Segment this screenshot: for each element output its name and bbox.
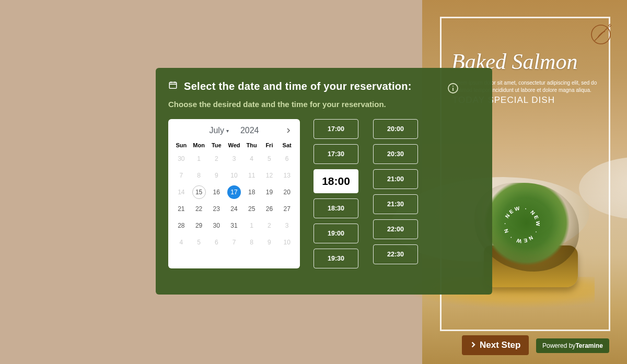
calendar-day[interactable]: 25 <box>243 201 261 217</box>
calendar-day: 3 <box>278 217 296 234</box>
month-selector[interactable]: July ▾ <box>209 126 228 135</box>
calendar-day: 5 <box>190 234 208 251</box>
time-slot[interactable]: 17:30 <box>314 144 358 164</box>
time-slot[interactable]: 21:30 <box>373 194 418 214</box>
calendar-day[interactable]: 31 <box>225 217 243 234</box>
next-month-button[interactable] <box>283 125 294 136</box>
next-step-label: Next Step <box>480 340 520 350</box>
calendar-day[interactable]: 17 <box>225 184 243 201</box>
calendar-day[interactable]: 24 <box>225 201 243 217</box>
calendar-day[interactable]: 18 <box>243 184 261 201</box>
calendar-day[interactable]: 30 <box>207 217 225 234</box>
calendar-day[interactable]: 20 <box>278 184 296 201</box>
time-slot[interactable]: 17:00 <box>314 119 358 139</box>
calendar-dow: Mon <box>190 139 208 150</box>
time-slot[interactable]: 19:30 <box>314 249 358 268</box>
calendar-day: 8 <box>243 234 261 251</box>
powered-brand: Teramine <box>575 342 602 349</box>
calendar-day: 7 <box>172 167 190 184</box>
time-slot[interactable]: 18:30 <box>314 198 358 218</box>
svg-rect-2 <box>169 83 177 89</box>
year-label[interactable]: 2024 <box>240 126 259 135</box>
calendar-icon <box>168 80 178 92</box>
time-slot[interactable]: 19:00 <box>314 224 358 243</box>
time-slot[interactable]: 22:30 <box>373 244 418 264</box>
calendar-day: 13 <box>278 167 296 184</box>
calendar-day: 10 <box>278 234 296 251</box>
calendar-day: 14 <box>172 184 190 201</box>
calendar-day: 8 <box>190 167 208 184</box>
calendar-day[interactable]: 19 <box>261 184 278 201</box>
calendar-day: 30 <box>172 150 190 167</box>
time-slots: 17:0017:3018:0018:3019:0019:30 20:0020:3… <box>314 119 418 268</box>
calendar-day: 2 <box>207 150 225 167</box>
time-slot[interactable]: 21:00 <box>373 169 418 189</box>
time-slot[interactable]: 18:00 <box>314 169 358 193</box>
svg-point-4 <box>452 86 454 87</box>
calendar-day: 10 <box>225 167 243 184</box>
calendar-day[interactable]: 29 <box>190 217 208 234</box>
powered-prefix: Powered by <box>542 342 575 349</box>
calendar-dow: Tue <box>207 139 225 150</box>
calendar-header: July ▾ 2024 <box>172 122 296 139</box>
calendar-day: 4 <box>243 150 261 167</box>
calendar: July ▾ 2024 SunMonTueWedThuFriSat 301234… <box>168 119 300 268</box>
calendar-day: 7 <box>225 234 243 251</box>
calendar-day: 6 <box>278 150 296 167</box>
brand-logo-icon <box>589 23 612 46</box>
time-slot[interactable]: 20:30 <box>373 144 418 164</box>
time-slot[interactable]: 20:00 <box>373 119 418 139</box>
calendar-day: 2 <box>261 217 278 234</box>
calendar-dow: Sat <box>278 139 296 150</box>
month-label: July <box>209 126 224 135</box>
card-subtitle: Choose the desired date and the time for… <box>168 100 480 109</box>
powered-by[interactable]: Powered byTeramine <box>536 338 609 353</box>
calendar-day: 9 <box>207 167 225 184</box>
calendar-day[interactable]: 23 <box>207 201 225 217</box>
time-slot[interactable]: 22:00 <box>373 219 418 239</box>
chevron-right-icon <box>470 340 477 350</box>
calendar-dow: Thu <box>243 139 261 150</box>
calendar-day: 4 <box>172 234 190 251</box>
calendar-day[interactable]: 15 <box>190 184 208 201</box>
calendar-day[interactable]: 21 <box>172 201 190 217</box>
calendar-day[interactable]: 22 <box>190 201 208 217</box>
calendar-day: 11 <box>243 167 261 184</box>
reservation-card: Select the date and time of your reserva… <box>156 68 492 295</box>
calendar-dow: Fri <box>261 139 278 150</box>
calendar-day: 1 <box>243 217 261 234</box>
calendar-day[interactable]: 26 <box>261 201 278 217</box>
calendar-day: 9 <box>261 234 278 251</box>
info-icon[interactable] <box>447 83 459 94</box>
calendar-day: 12 <box>261 167 278 184</box>
card-title: Select the date and time of your reserva… <box>184 80 412 92</box>
calendar-day: 3 <box>225 150 243 167</box>
card-header: Select the date and time of your reserva… <box>168 80 480 92</box>
calendar-day: 5 <box>261 150 278 167</box>
calendar-day[interactable]: 16 <box>207 184 225 201</box>
next-step-button[interactable]: Next Step <box>462 335 529 355</box>
calendar-day: 6 <box>207 234 225 251</box>
calendar-day[interactable]: 28 <box>172 217 190 234</box>
calendar-dow: Wed <box>225 139 243 150</box>
calendar-day[interactable]: 27 <box>278 201 296 217</box>
calendar-day: 1 <box>190 150 208 167</box>
calendar-dow: Sun <box>172 139 190 150</box>
chevron-down-icon: ▾ <box>226 128 229 134</box>
